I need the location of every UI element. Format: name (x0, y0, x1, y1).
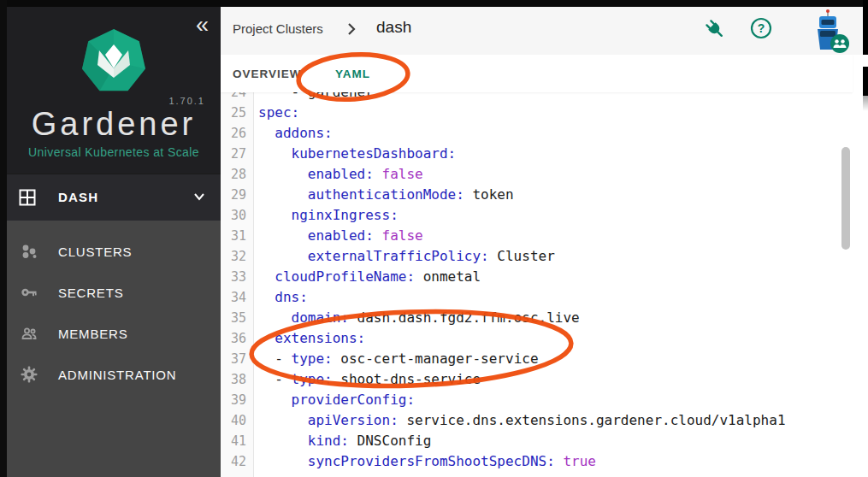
yaml-line[interactable]: 24 - gardener (221, 92, 853, 103)
yaml-code: - type: shoot-dns-service (253, 369, 481, 390)
window-edge-right-shadow (863, 96, 868, 111)
yaml-code: kubernetesDashboard: (253, 144, 456, 164)
yaml-code: - type: osc-cert-manager-service (253, 349, 539, 369)
sidebar-item-secrets[interactable]: SECRETS (7, 272, 221, 313)
yaml-code: nginxIngress: (253, 205, 399, 226)
line-number: 40 (221, 410, 253, 431)
sidebar-item-label: CLUSTERS (58, 244, 132, 259)
line-number: 27 (221, 144, 253, 164)
yaml-code: addons: (253, 123, 333, 144)
yaml-code: domain: dash.dash.fgd2.ffm.osc.live (253, 308, 580, 328)
brand-title: Gardener (7, 106, 221, 143)
line-number: 26 (221, 123, 253, 144)
sidebar-item-clusters[interactable]: CLUSTERS (7, 231, 221, 272)
chevron-right-icon (347, 22, 356, 36)
line-number: 38 (221, 369, 253, 390)
line-number: 24 (221, 92, 253, 103)
window-edge-right (863, 67, 868, 96)
chevron-down-icon (193, 192, 205, 201)
line-number: 30 (221, 205, 253, 226)
editor-scrollbar-thumb[interactable] (841, 147, 850, 250)
yaml-line[interactable]: 42 syncProvidersFromShootSpecDNS: true (221, 451, 853, 472)
yaml-code: cloudProfileName: onmetal (253, 267, 481, 287)
line-number: 36 (221, 328, 253, 349)
tab-overview[interactable]: OVERVIEW (233, 55, 302, 92)
collapse-sidebar-icon[interactable]: « (196, 12, 209, 38)
key-icon (19, 283, 39, 302)
yaml-line[interactable]: 40 apiVersion: service.dns.extensions.ga… (221, 410, 853, 431)
yaml-code: externalTrafficPolicy: Cluster (253, 246, 555, 267)
plug-icon[interactable] (701, 15, 729, 46)
line-number: 25 (221, 103, 253, 123)
project-selector[interactable]: DASH (7, 174, 221, 221)
yaml-lines: 24 - gardener25spec:26 addons:27 kuberne… (221, 92, 853, 472)
sidebar-item-members[interactable]: MEMBERS (7, 313, 221, 354)
yaml-code: extensions: (253, 328, 365, 349)
yaml-code: providerConfig: (253, 390, 415, 410)
sidebar-item-label: ADMINISTRATION (58, 368, 176, 382)
yaml-line[interactable]: 27 kubernetesDashboard: (221, 144, 853, 164)
yaml-code: enabled: false (253, 226, 423, 246)
yaml-line[interactable]: 28 enabled: false (221, 164, 853, 185)
sidebar-item-administration[interactable]: ADMINISTRATION (7, 354, 221, 395)
tab-yaml[interactable]: YAML (335, 55, 370, 92)
yaml-code: syncProvidersFromShootSpecDNS: true (253, 451, 596, 472)
sidebar-item-label: SECRETS (58, 286, 123, 300)
clusters-icon (19, 242, 39, 261)
line-number: 33 (221, 267, 253, 287)
window-edge-top (0, 0, 863, 7)
line-number: 29 (221, 185, 253, 205)
avatar[interactable] (807, 9, 850, 55)
yaml-line[interactable]: 37 - type: osc-cert-manager-service (221, 349, 853, 369)
line-number: 39 (221, 390, 253, 410)
help-icon[interactable]: ? (749, 16, 773, 44)
line-number: 31 (221, 226, 253, 246)
members-icon (19, 324, 39, 343)
yaml-line[interactable]: 41 kind: DNSConfig (221, 431, 853, 451)
breadcrumb-current-project: dash (376, 18, 411, 37)
line-number: 35 (221, 308, 253, 328)
yaml-line[interactable]: 25spec: (221, 103, 853, 123)
sidebar-item-label: MEMBERS (58, 327, 127, 341)
line-number: 42 (221, 451, 253, 472)
yaml-line[interactable]: 39 providerConfig: (221, 390, 853, 410)
grid-icon (19, 189, 36, 206)
sidebar-header: « 1.70.1 Gardener Universal Kubernetes a… (7, 7, 221, 174)
brand-tagline: Universal Kubernetes at Scale (7, 145, 221, 159)
yaml-line[interactable]: 32 externalTrafficPolicy: Cluster (221, 246, 853, 267)
breadcrumb-project-clusters[interactable]: Project Clusters (233, 21, 323, 36)
yaml-line[interactable]: 34 dns: (221, 287, 853, 308)
yaml-code: authenticationMode: token (253, 185, 514, 205)
yaml-code: dns: (253, 287, 308, 308)
yaml-code: kind: DNSConfig (253, 431, 431, 451)
line-number: 28 (221, 164, 253, 185)
svg-text:?: ? (758, 21, 765, 35)
yaml-line[interactable]: 31 enabled: false (221, 226, 853, 246)
yaml-code: enabled: false (253, 164, 423, 185)
yaml-line[interactable]: 29 authenticationMode: token (221, 185, 853, 205)
sidebar: « 1.70.1 Gardener Universal Kubernetes a… (7, 7, 221, 477)
yaml-line[interactable]: 35 domain: dash.dash.fgd2.ffm.osc.live (221, 308, 853, 328)
topbar: Project Clusters dash ? (221, 7, 863, 55)
version-label: 1.70.1 (168, 96, 205, 106)
yaml-code: apiVersion: service.dns.extensions.garde… (253, 410, 786, 431)
window-edge-right (863, 0, 868, 55)
tab-bar: OVERVIEW YAML (221, 55, 853, 92)
yaml-line[interactable]: 36 extensions: (221, 328, 853, 349)
line-number: 37 (221, 349, 253, 369)
yaml-code: - gardener (253, 92, 374, 103)
gear-icon (19, 365, 39, 384)
yaml-line[interactable]: 26 addons: (221, 123, 853, 144)
yaml-line[interactable]: 33 cloudProfileName: onmetal (221, 267, 853, 287)
sidebar-nav: CLUSTERS SECRETS (7, 221, 221, 477)
project-name-label: DASH (58, 190, 98, 204)
line-number: 41 (221, 431, 253, 451)
yaml-line[interactable]: 30 nginxIngress: (221, 205, 853, 226)
yaml-code: spec: (253, 103, 299, 123)
line-number: 34 (221, 287, 253, 308)
line-number: 32 (221, 246, 253, 267)
yaml-line[interactable]: 38 - type: shoot-dns-service (221, 369, 853, 390)
window-edge-left (0, 0, 7, 477)
gardener-logo (80, 27, 148, 96)
yaml-editor[interactable]: 24 - gardener25spec:26 addons:27 kuberne… (221, 92, 853, 477)
